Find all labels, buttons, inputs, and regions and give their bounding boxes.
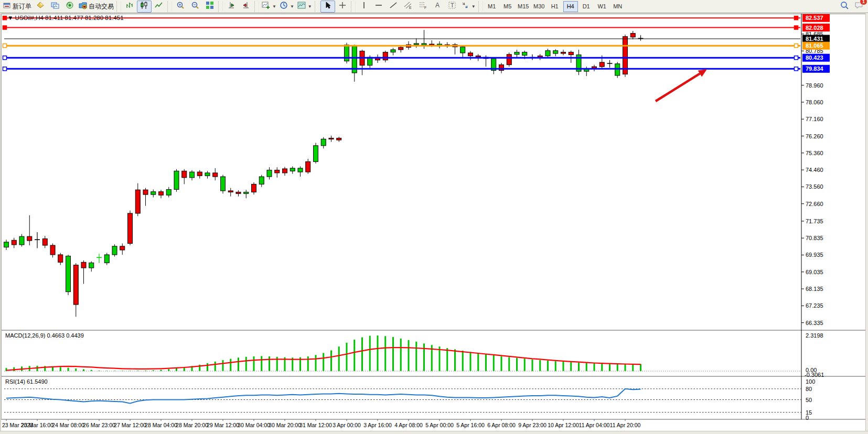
time-tick-label: 9 Apr 23:00 (518, 422, 546, 428)
zoom-out-button[interactable] (188, 1, 202, 13)
time-tick-label: 3 Apr 00:00 (333, 422, 361, 428)
periods-icon (280, 1, 288, 12)
profile-icon-button[interactable] (48, 1, 62, 13)
price-badge-81.065: 81.065 (802, 42, 830, 50)
svg-text:79.834: 79.834 (806, 66, 824, 72)
price-badge-82.028: 82.028 (802, 24, 830, 31)
notifications-icon[interactable]: 1 (854, 1, 864, 12)
toolbar-separator (478, 1, 483, 12)
window-left-edge (0, 14, 1, 434)
price-tick-label: 78.960 (806, 82, 823, 89)
time-tick-label: 23 Mar 16:00 (21, 422, 53, 428)
line-handle[interactable] (3, 44, 7, 48)
price-tick-label: 75.360 (806, 150, 823, 156)
chart-shift-button[interactable] (239, 1, 253, 13)
chevron-down-icon[interactable]: ▼ (290, 4, 294, 9)
rsi-label: RSI(14) 61.5490 (5, 378, 48, 385)
rsi-tick-label: 50 (806, 397, 812, 403)
price-tick-label: 76.260 (806, 133, 823, 139)
cursor-button[interactable] (320, 1, 335, 13)
autotrading-button[interactable]: 自动交易 (77, 1, 115, 13)
svg-text:82.028: 82.028 (806, 25, 823, 31)
timeframe-button-h4[interactable]: H4 (563, 1, 578, 12)
toolbar-separator (254, 1, 259, 12)
line-handle[interactable] (795, 56, 798, 60)
timeframe-button-m1[interactable]: M1 (485, 1, 499, 12)
bar-chart-button[interactable] (122, 1, 137, 13)
auto-scroll-button[interactable] (224, 1, 239, 13)
timeframe-button-m30[interactable]: M30 (532, 1, 546, 12)
periods-button[interactable]: ▼ (278, 1, 296, 13)
time-tick-label: 28 Mar 04:00 (145, 422, 177, 428)
templates-button[interactable]: ▼ (296, 1, 314, 13)
tile-windows-button[interactable] (202, 1, 217, 13)
time-tick-label: 5 Apr 00:00 (425, 422, 454, 428)
fibonacci-button[interactable]: F (415, 1, 430, 13)
chevron-down-icon[interactable]: ▼ (471, 4, 476, 9)
auto-scroll-icon (227, 1, 235, 12)
line-chart-button[interactable] (152, 1, 166, 13)
signals-icon-button[interactable] (62, 1, 77, 13)
timeframe-button-h1[interactable]: H1 (548, 1, 562, 12)
price-badge-80.423: 80.423 (802, 54, 830, 62)
timeframe-button-m5[interactable]: M5 (500, 1, 515, 12)
chart-canvas[interactable]: ▼ USOil#,H4 81.411 81.477 81.280 81.4518… (0, 14, 868, 434)
equidistant-channel-button[interactable]: E (401, 1, 415, 13)
price-badge-82.537: 82.537 (802, 14, 830, 22)
trendline-button[interactable] (386, 1, 401, 13)
time-tick-label: 29 Mar 12:00 (207, 422, 239, 428)
timeframe-button-mn[interactable]: MN (610, 1, 625, 12)
zoom-in-button[interactable] (173, 1, 188, 13)
price-tick-label: 67.235 (806, 302, 823, 309)
price-tick-label: 72.660 (806, 201, 823, 207)
price-tick-label: 74.460 (806, 167, 823, 173)
horizontal-line-button[interactable] (371, 1, 386, 13)
timeframe-button-m15[interactable]: M15 (516, 1, 531, 12)
indicators-button[interactable]: ▼ (260, 1, 278, 13)
line-handle[interactable] (3, 26, 7, 29)
new-order-button[interactable]: 新订单 (1, 1, 33, 13)
timeframe-button-d1[interactable]: D1 (579, 1, 594, 12)
line-handle[interactable] (795, 26, 798, 29)
text-button[interactable]: A (430, 1, 445, 13)
svg-text:82.537: 82.537 (806, 15, 823, 21)
vertical-line-button[interactable] (357, 1, 371, 13)
svg-text:80.423: 80.423 (806, 55, 823, 61)
time-tick-label: 31 Mar 12:00 (299, 422, 332, 428)
trendline-icon (389, 1, 398, 12)
price-tick-label: 77.160 (806, 116, 823, 122)
line-handle[interactable] (795, 67, 798, 71)
crosshair-button[interactable] (335, 1, 350, 13)
candlestick-button[interactable] (137, 1, 152, 13)
indicators-icon (262, 1, 270, 12)
timeframe-button-w1[interactable]: W1 (595, 1, 609, 12)
text-label-icon: T (448, 1, 456, 12)
signals-icon-icon (66, 1, 74, 12)
metaeditor-icon-button[interactable] (33, 1, 48, 13)
price-tick-label: 69.935 (806, 252, 823, 258)
line-handle[interactable] (795, 16, 798, 20)
candlestick-icon (140, 1, 148, 12)
time-tick-label: 3 Apr 16:00 (363, 422, 392, 428)
time-tick-label: 24 Mar 08:00 (52, 422, 84, 428)
svg-text:81.431: 81.431 (806, 36, 823, 42)
cursor-icon (324, 1, 332, 12)
chart-area[interactable]: ▼ USOil#,H4 81.411 81.477 81.280 81.4518… (0, 14, 868, 434)
svg-text:A: A (435, 2, 440, 9)
time-tick-label: 5 Apr 16:00 (456, 422, 485, 428)
arrows-button[interactable]: ▼ (459, 1, 477, 13)
line-handle[interactable] (3, 56, 7, 60)
toolbar-separator (167, 1, 172, 12)
line-handle[interactable] (795, 44, 798, 48)
search-icon[interactable] (840, 1, 849, 12)
time-tick-label: 30 Mar 04:00 (238, 422, 270, 428)
line-handle[interactable] (3, 67, 7, 71)
price-badge-79.834: 79.834 (802, 65, 830, 73)
line-handle[interactable] (3, 16, 7, 20)
tile-windows-icon (206, 1, 214, 12)
text-label-button[interactable]: T (445, 1, 459, 13)
time-tick-label: 11 Apr 20:00 (610, 422, 641, 428)
chevron-down-icon[interactable]: ▼ (308, 4, 312, 9)
arrows-icon (461, 1, 469, 12)
chevron-down-icon[interactable]: ▼ (272, 4, 276, 9)
